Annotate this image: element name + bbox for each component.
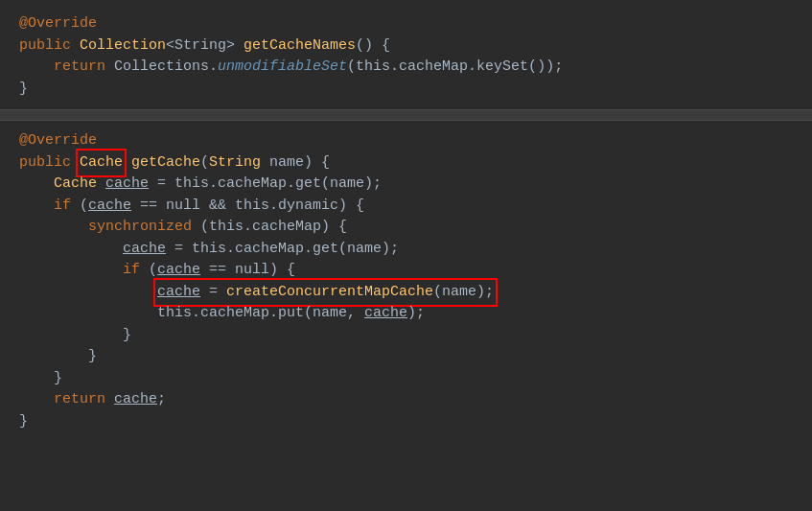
paren-if-2: ( [149, 260, 157, 282]
keyword-if-2: if [123, 260, 149, 282]
annotation-override-1: @Override [19, 13, 97, 35]
indent-3a [19, 217, 88, 239]
indent-5a [19, 282, 157, 304]
type-cache-local: Cache [54, 174, 97, 196]
keyword-return-2: return [54, 389, 114, 411]
indent-3b [19, 346, 88, 368]
assign-create: = [200, 284, 226, 300]
annotation-override-2: @Override [19, 130, 97, 152]
highlight-cache-type: Cache [80, 152, 123, 174]
paren-if-1: ( [80, 196, 88, 218]
line-synchronized: synchronized (this.cacheMap) { [19, 217, 793, 239]
keyword-return-1: return [54, 57, 114, 79]
line-method-signature-2: public Cache getCache(String name) { [19, 152, 793, 174]
indent-4c [19, 325, 123, 347]
if-rest-1: == null && this.dynamic) { [131, 196, 364, 218]
code-separator [0, 109, 812, 121]
space-1 [123, 152, 131, 174]
line-if-null-1: if (cache == null && this.dynamic) { [19, 196, 793, 218]
generic-string: <String> [166, 35, 244, 58]
indent-2a [19, 196, 54, 218]
create-param: (name); [433, 284, 494, 300]
code-block-1: @Override public Collection<String> getC… [19, 10, 793, 104]
keyword-public-1: public [19, 35, 80, 58]
param-name: name) { [261, 152, 330, 174]
line-return-1: return Collections.unmodifiableSet(this.… [19, 57, 793, 79]
type-collection: Collection [80, 35, 166, 58]
indent-4a [19, 239, 123, 261]
keyword-public-2: public [19, 152, 80, 174]
if-rest-2: == null) { [200, 260, 295, 282]
indent-1a [19, 174, 54, 196]
indent-5b [19, 303, 157, 325]
line-close-method: } [19, 411, 793, 433]
type-cache-return: Cache [80, 154, 123, 171]
space-2 [97, 174, 105, 196]
brace-close-if: } [54, 368, 62, 390]
line-cache-assign-1: Cache cache = this.cacheMap.get(name); [19, 174, 793, 196]
var-cache-5: cache [157, 284, 200, 300]
brace-close-1: } [19, 79, 28, 101]
indent-1b [19, 389, 54, 411]
indent-2b [19, 368, 54, 390]
indent-4b [19, 260, 123, 282]
line-method-signature-1: public Collection<String> getCacheNames(… [19, 35, 793, 58]
var-cache-4: cache [157, 260, 200, 282]
line-annotation-1: @Override [19, 13, 793, 35]
sync-param: (this.cacheMap) { [200, 217, 347, 239]
brace-close-inner: } [123, 325, 131, 347]
line-close-sync: } [19, 346, 793, 368]
params-name: ( [200, 152, 209, 174]
assign-rest-1: = this.cacheMap.get(name); [149, 174, 382, 196]
var-cache-return: cache [114, 389, 157, 411]
highlight-create-cache: cache = createConcurrentMapCache(name); [157, 282, 494, 304]
this-cachemap-1: (this.cacheMap.keySet()); [347, 57, 563, 79]
line-close-if: } [19, 368, 793, 390]
line-close-inner: } [19, 325, 793, 347]
brace-close-sync: } [88, 346, 97, 368]
keyword-synchronized: synchronized [88, 217, 200, 239]
assign-rest-2: = this.cacheMap.get(name); [166, 239, 399, 261]
type-string-param: String [209, 152, 261, 174]
code-block-2: @Override public Cache getCache(String n… [19, 127, 793, 436]
var-cache-3: cache [123, 239, 166, 261]
method-create-concurrent: createConcurrentMapCache [226, 284, 433, 300]
line-if-null-2: if (cache == null) { [19, 260, 793, 282]
line-put-cache: this.cacheMap.put(name, cache); [19, 303, 793, 325]
line-close-1: } [19, 79, 793, 101]
line-return-2: return cache; [19, 389, 793, 411]
this-cachemap-put: this.cacheMap.put(name, [157, 303, 364, 325]
semicolon-return: ; [157, 389, 166, 411]
var-cache-1: cache [105, 174, 149, 196]
line-cache-assign-2: cache = this.cacheMap.get(name); [19, 239, 793, 261]
keyword-if-1: if [54, 196, 80, 218]
indent-return-1 [19, 57, 54, 79]
var-cache-6: cache [364, 303, 407, 325]
var-cache-2: cache [88, 196, 131, 218]
line-annotation-2: @Override [19, 130, 793, 152]
code-editor: @Override public Collection<String> getC… [0, 0, 812, 511]
paren-open-1: () { [356, 35, 390, 58]
method-getcache: getCache [131, 152, 200, 174]
collections-class: Collections. [114, 57, 218, 79]
method-unmodifiable: unmodifiableSet [218, 57, 347, 79]
method-getcachenames: getCacheNames [244, 35, 356, 58]
brace-close-method: } [19, 411, 28, 433]
line-create-cache: cache = createConcurrentMapCache(name); [19, 282, 793, 304]
put-close: ); [407, 303, 425, 325]
